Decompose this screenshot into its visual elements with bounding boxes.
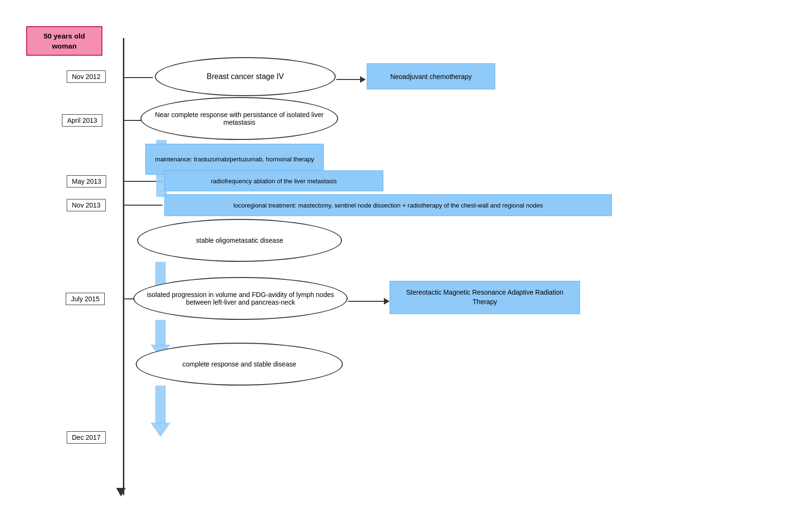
oval-isolated-progression: isolated progression in volume and FDG-a… — [133, 277, 348, 320]
date-nov2013: Nov 2013 — [67, 199, 106, 211]
blue-box-stereotactic: Stereotactic Magnetic Resonance Adaptive… — [390, 281, 580, 314]
date-nov2012: Nov 2012 — [67, 70, 106, 83]
arrow-neoadjuvant — [336, 76, 366, 83]
oval-stable-oligo: stable oligometasatic disease — [137, 219, 342, 262]
blue-box-neoadjuvant: Neoadjuvant chemotherapy — [367, 63, 495, 89]
connector-nov2013 — [124, 205, 162, 206]
oval-near-complete: Near complete response with persistance … — [140, 97, 338, 140]
oval-breast-cancer: Breast cancer stage IV — [155, 57, 336, 96]
date-may2013: May 2013 — [67, 175, 106, 188]
flow-bar-3 — [155, 320, 166, 346]
blue-box-radiofrequency: radiofrequency ablation of the liver met… — [164, 170, 383, 191]
oval-complete-response: complete response and stable disease — [136, 343, 343, 386]
date-dec2017: Dec 2017 — [67, 431, 106, 444]
arrow-stereotactic — [348, 298, 390, 305]
blue-box-locoregional: locoregional treatment: mastectomy, sent… — [164, 194, 612, 216]
date-july2015: July 2015 — [66, 293, 105, 305]
timeline-arrow — [116, 488, 126, 496]
timeline-line — [123, 38, 124, 495]
flow-bar-4 — [155, 386, 166, 424]
date-april2013: April 2013 — [62, 114, 102, 127]
connector-nov2012 — [124, 77, 153, 78]
patient-label: 50 years old woman — [26, 26, 102, 56]
diagram-container: 50 years old woman Nov 2012 April 2013 M… — [0, 0, 812, 525]
flow-arrow-head-final — [150, 423, 170, 437]
